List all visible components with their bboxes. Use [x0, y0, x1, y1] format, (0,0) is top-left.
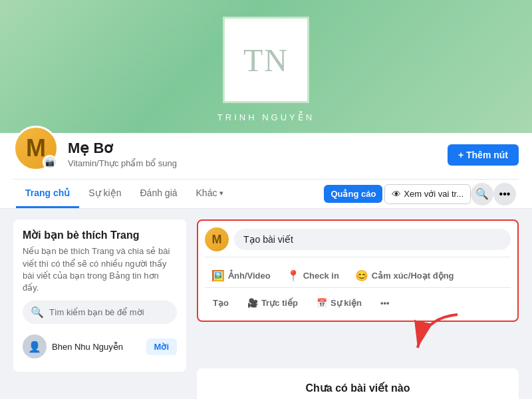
camera-icon[interactable]: 📷	[43, 155, 57, 170]
more-options-button[interactable]: •••	[493, 183, 516, 205]
search-icon: 🔍	[31, 306, 44, 319]
create-post-row: M Tạo bài viết	[205, 227, 511, 257]
page-category: Vitamin/Thực phẩm bổ sung	[68, 158, 438, 168]
left-column: Mời bạn bè thích Trang Nếu bạn bè thích …	[13, 219, 186, 399]
nav-item-home[interactable]: Trang chủ	[16, 180, 79, 208]
cover-logo: TN	[243, 42, 289, 78]
live-button[interactable]: 🎥 Trực tiếp	[239, 293, 306, 313]
live-icon: 🎥	[247, 298, 258, 308]
cover-logo-box: TN	[223, 17, 309, 103]
no-posts-text: Chưa có bài viết nào	[210, 382, 505, 394]
post-avatar: M	[205, 227, 229, 251]
event-button[interactable]: 📅 Sự kiện	[309, 293, 370, 313]
friend-name: Bhen Nhu Nguyễn	[52, 342, 146, 352]
photo-video-button[interactable]: 🖼️ Ảnh/Video	[205, 265, 277, 286]
search-button[interactable]: 🔍	[471, 183, 493, 205]
search-friends-placeholder: Tìm kiếm bạn bè để mời	[49, 307, 144, 317]
profile-section: M 📷 Mẹ Bơ Vitamin/Thực phẩm bổ sung + Th…	[0, 133, 532, 209]
arrow-indicator	[411, 311, 464, 354]
nav-bar: Trang chủ Sự kiện Đánh giá Khác ▾ Quảng …	[13, 179, 519, 208]
create-label: Tạo	[205, 293, 237, 313]
more-create-button[interactable]: •••	[372, 293, 398, 313]
friend-item: 👤 Bhen Nhu Nguyễn Mời	[23, 331, 177, 362]
event-icon: 📅	[317, 298, 327, 308]
nav-item-events[interactable]: Sự kiện	[79, 180, 130, 208]
eye-icon: 👁	[392, 189, 401, 200]
photo-icon: 🖼️	[211, 269, 225, 282]
profile-top: M 📷 Mẹ Bơ Vitamin/Thực phẩm bổ sung + Th…	[13, 133, 519, 179]
post-actions-row: 🖼️ Ảnh/Video 📍 Check in 😊 Cảm xúc/Hoạt đ…	[205, 263, 511, 287]
emoji-icon: 😊	[355, 269, 368, 282]
main-content: Mời bạn bè thích Trang Nếu bạn bè thích …	[0, 209, 532, 399]
search-friends-input[interactable]: 🔍 Tìm kiếm bạn bè để mời	[23, 301, 177, 324]
ad-button[interactable]: Quảng cáo	[324, 185, 382, 203]
avatar-wrapper: M 📷	[13, 142, 59, 171]
profile-info: Mẹ Bơ Vitamin/Thực phẩm bổ sung	[68, 140, 438, 171]
friend-avatar: 👤	[23, 334, 47, 358]
checkin-button[interactable]: 📍 Check in	[280, 265, 346, 286]
nav-item-reviews[interactable]: Đánh giá	[130, 180, 186, 208]
post-input[interactable]: Tạo bài viết	[234, 229, 511, 250]
invite-title: Mời bạn bè thích Trang	[23, 229, 177, 241]
invite-button[interactable]: Mời	[146, 338, 177, 355]
profile-actions: + Thêm nút	[448, 144, 519, 171]
post-box: M Tạo bài viết 🖼️ Ảnh/Video 📍 Check in 😊…	[197, 219, 519, 322]
nav-item-more[interactable]: Khác ▾	[187, 180, 233, 208]
no-posts: Chưa có bài viết nào	[197, 368, 519, 399]
cover-photo: TN TRINH NGUYỄN	[0, 0, 532, 133]
location-icon: 📍	[287, 269, 300, 282]
page-name: Mẹ Bơ	[68, 140, 438, 157]
invite-description: Nếu bạn bè thích Trang và chia sẻ bài vi…	[23, 245, 177, 294]
brand-name: TRINH NGUYỄN	[217, 112, 315, 122]
chevron-down-icon: ▾	[219, 189, 223, 198]
add-button[interactable]: + Thêm nút	[448, 144, 519, 166]
feeling-button[interactable]: 😊 Cảm xúc/Hoạt động	[348, 265, 461, 286]
ellipsis-icon: •••	[380, 298, 390, 308]
invite-box: Mời bạn bè thích Trang Nếu bạn bè thích …	[13, 219, 186, 372]
post-second-row: Tạo 🎥 Trực tiếp 📅 Sự kiện •••	[205, 287, 511, 314]
view-as-button[interactable]: 👁 Xem với vai tr...	[384, 184, 471, 204]
right-column: M Tạo bài viết 🖼️ Ảnh/Video 📍 Check in 😊…	[197, 219, 519, 399]
